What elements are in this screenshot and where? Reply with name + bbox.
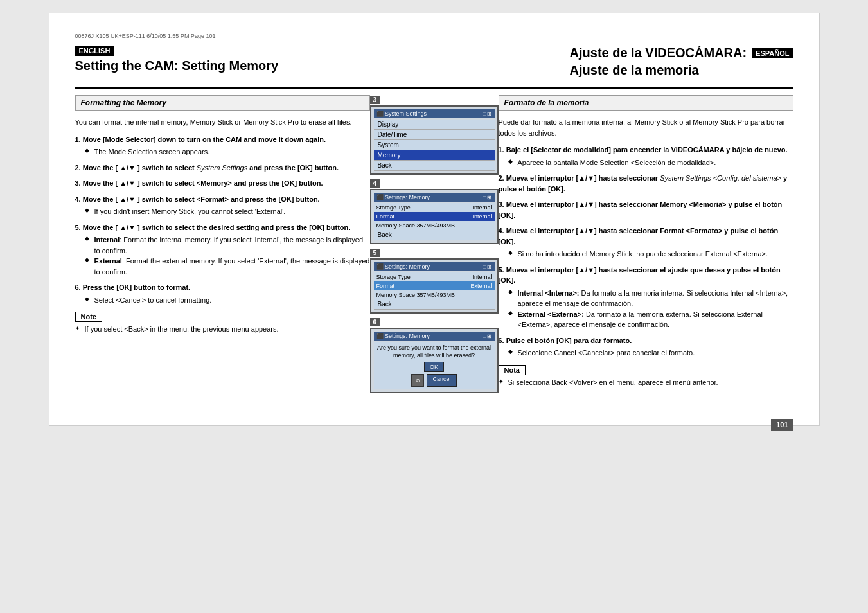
screenshot-5: 5 ⬛ Settings: Memory □ ⊞ Storage TypeInt… [370, 248, 499, 314]
english-step-2: 2. Move the [ ▲/▼ ] switch to select Sys… [75, 163, 370, 173]
screen-menu-5: Storage TypeInternal FormatExternal Memo… [374, 272, 495, 310]
spanish-steps: 1. Baje el [Selector de modalidad] para … [499, 145, 793, 359]
screen-title-6: ⬛ Settings: Memory □ ⊞ [374, 332, 495, 341]
screen-title-5: ⬛ Settings: Memory □ ⊞ [374, 262, 495, 271]
step-num-3: 3 [370, 96, 380, 104]
field-space-4: Memory Space 357MB/493MB [374, 221, 495, 230]
english-main-title: Setting the CAM: Setting Memory [75, 58, 279, 73]
english-section-header: Formatting the Memory [75, 95, 370, 111]
content-area: Formatting the Memory You can format the… [75, 95, 793, 393]
spanish-step-6: 6. Pulse el botón [OK] para dar formato.… [499, 335, 793, 359]
doc-id: 00876J X105 UK+ESP-111 6/10/05 1:55 PM P… [75, 33, 793, 39]
spanish-step-2: 2. Mueva el interruptor [▲/▼] hasta sele… [499, 173, 793, 194]
spanish-note: Nota Si selecciona Back <Volver> en el m… [499, 365, 793, 386]
page-header: ENGLISH Setting the CAM: Setting Memory … [75, 46, 793, 78]
step-num-5: 5 [370, 249, 380, 257]
cancel-button-6[interactable]: Cancel [427, 374, 456, 387]
spanish-section-header: Formato de la memoria [499, 95, 793, 111]
confirm-buttons-6: OK [376, 362, 492, 372]
menu-back-5[interactable]: Back [374, 299, 495, 310]
screenshots-column: 3 ⬛ System Settings □ ⊞ Display Date/Tim… [370, 95, 499, 393]
spanish-note-text: Si selecciona Back <Volver> en el menú, … [499, 378, 793, 386]
english-step-5-bullet-2: External: Format the external memory. If… [85, 256, 370, 277]
spanish-step-5-bullet-1: Internal <Interna>: Da formato a la memo… [508, 288, 793, 309]
screen-wrapper-3: ⬛ System Settings □ ⊞ Display Date/Time … [370, 105, 499, 175]
english-steps: 1. Move [Mode Selector] down to turn on … [75, 134, 370, 306]
menu-datetime[interactable]: Date/Time [374, 130, 495, 140]
screen-menu-4: Storage TypeInternal FormatInternal Memo… [374, 203, 495, 240]
header-divider [75, 87, 793, 89]
screenshot-3: 3 ⬛ System Settings □ ⊞ Display Date/Tim… [370, 95, 499, 175]
english-step-5: 5. Move the [ ▲/▼ ] switch to select the… [75, 222, 370, 278]
menu-display[interactable]: Display [374, 120, 495, 130]
step-num-4: 4 [370, 179, 380, 188]
screen-wrapper-4: ⬛ Settings: Memory □ ⊞ Storage TypeInter… [370, 189, 499, 244]
screen-menu-3: Display Date/Time System Memory Back [374, 120, 495, 171]
spanish-sub-title: Ajuste de la memoria [570, 63, 793, 78]
spanish-column: Formato de la memoria Puede dar formato … [499, 95, 793, 393]
menu-memory[interactable]: Memory [374, 150, 495, 161]
spanish-note-label: Nota [499, 365, 526, 375]
english-step-1-bullet-1: The Mode Selection screen appears. [85, 147, 370, 157]
screen-confirm-6: Are you sure you want to format the exte… [374, 342, 495, 389]
spanish-badge: ESPAÑOL [752, 48, 793, 58]
confirm-text-6: Are you sure you want to format the exte… [376, 344, 492, 359]
spanish-step-5-bullet-2: External <Externa>: Da formato a la memo… [508, 309, 793, 330]
english-step-6: 6. Press the [OK] button to format. Sele… [75, 282, 370, 305]
spanish-intro: Puede dar formato a la memoria interna, … [499, 117, 793, 138]
page-container: 00876J X105 UK+ESP-111 6/10/05 1:55 PM P… [49, 13, 820, 426]
screenshot-6: 6 ⬛ Settings: Memory □ ⊞ Are you sure yo… [370, 317, 499, 393]
menu-back-3[interactable]: Back [374, 161, 495, 171]
english-step-4: 4. Move the [ ▲/▼ ] switch to select <Fo… [75, 194, 370, 217]
spanish-step-1: 1. Baje el [Selector de modalidad] para … [499, 145, 793, 168]
spanish-step-1-bullet-1: Aparece la pantalla Mode Selection <Sele… [508, 157, 793, 168]
english-step-5-bullet-1: Internal: Format the internal memory. If… [85, 235, 370, 256]
screen-wrapper-6: ⬛ Settings: Memory □ ⊞ Are you sure you … [370, 328, 499, 393]
screenshot-4: 4 ⬛ Settings: Memory □ ⊞ Storage TypeInt… [370, 179, 499, 244]
english-title-block: ENGLISH Setting the CAM: Setting Memory [75, 46, 279, 73]
english-note-text: If you select <Back> in the menu, the pr… [75, 325, 370, 333]
field-storage-5: Storage TypeInternal [374, 272, 495, 281]
spanish-step-4: 4. Mueva el interruptor [▲/▼] hasta sele… [499, 226, 793, 260]
field-format-5[interactable]: FormatExternal [374, 281, 495, 290]
step-num-6: 6 [370, 318, 380, 326]
spanish-main-title: Ajuste de la VIDEOCÁMARA: [570, 46, 747, 60]
menu-system[interactable]: System [374, 140, 495, 150]
english-step-4-bullet-1: If you didn't insert Memory Stick, you c… [85, 206, 370, 217]
english-note-label: Note [75, 312, 102, 322]
page-number-badge: 101 [771, 419, 793, 431]
spanish-step-3: 3. Mueva el interruptor [▲/▼] hasta sele… [499, 199, 793, 220]
spanish-step-4-bullet-1: Si no ha introducido el Memory Stick, no… [508, 249, 793, 260]
screen-wrapper-5: ⬛ Settings: Memory □ ⊞ Storage TypeInter… [370, 258, 499, 314]
spanish-title-block: Ajuste de la VIDEOCÁMARA: ESPAÑOL Ajuste… [570, 46, 793, 78]
spanish-step-5: 5. Mueva el interruptor [▲/▼] hasta sele… [499, 265, 793, 330]
field-format-4[interactable]: FormatInternal [374, 212, 495, 221]
icon-6: ⊘ [411, 374, 424, 387]
english-step-1: 1. Move [Mode Selector] down to turn on … [75, 134, 370, 157]
menu-back-4[interactable]: Back [374, 230, 495, 240]
spanish-step-6-bullet-1: Seleccione Cancel <Cancelar> para cancel… [508, 348, 793, 359]
english-step-6-bullet-1: Select <Cancel> to cancel formatting. [85, 295, 370, 306]
english-note: Note If you select <Back> in the menu, t… [75, 312, 370, 333]
english-badge: ENGLISH [75, 46, 114, 56]
english-column: Formatting the Memory You can format the… [75, 95, 370, 393]
field-space-5: Memory Space 357MB/493MB [374, 290, 495, 299]
screen-title-3: ⬛ System Settings □ ⊞ [374, 109, 495, 118]
english-intro: You can format the internal memory, Memo… [75, 117, 370, 128]
screen-title-4: ⬛ Settings: Memory □ ⊞ [374, 193, 495, 202]
english-step-3: 3. Move the [ ▲/▼ ] switch to select <Me… [75, 178, 370, 189]
ok-button-6[interactable]: OK [424, 362, 444, 372]
field-storage-4: Storage TypeInternal [374, 203, 495, 212]
